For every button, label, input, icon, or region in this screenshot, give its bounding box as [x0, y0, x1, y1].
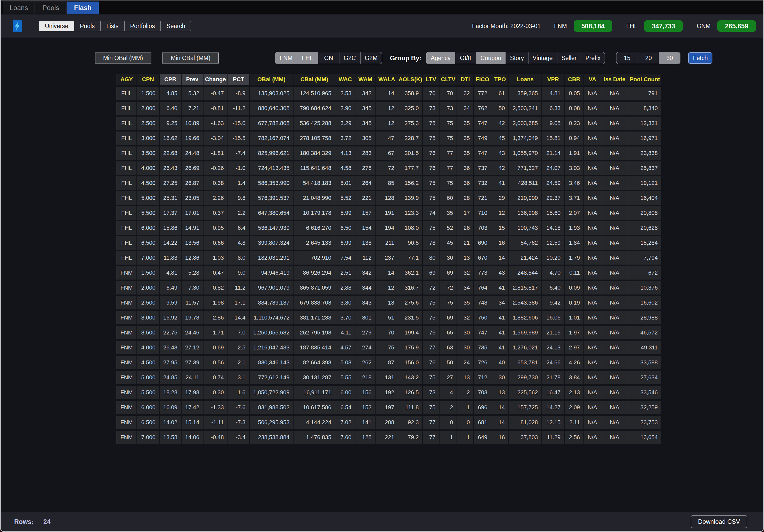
cell-tpo: 16 [491, 236, 509, 250]
column-header-va[interactable]: VA [584, 74, 601, 85]
cell-va: N/A [584, 311, 601, 324]
cell-agy: FHL [116, 251, 137, 265]
column-header-pct[interactable]: PCT [228, 74, 250, 85]
cell-pool-count: 28,988 [628, 311, 662, 324]
cell-cpr: 16.62 [160, 131, 182, 145]
cell-cpr: 6.40 [160, 101, 182, 115]
group-by-agency[interactable]: Agency [427, 52, 455, 64]
cell-wac: 4.58 [335, 161, 355, 175]
cell-tpo: 61 [491, 87, 509, 100]
term-toggle-30[interactable]: 30 [659, 52, 680, 64]
cell-agy: FNM [116, 416, 137, 429]
min-obal-input[interactable] [95, 53, 151, 64]
column-header-iss-date[interactable]: Iss Date [601, 74, 628, 85]
table-row: FHL4.00026.4326.69-0.26-1.0724,413.43511… [116, 161, 662, 175]
cell-va: N/A [584, 266, 601, 279]
view-lists[interactable]: Lists [100, 21, 124, 31]
column-header-change[interactable]: Change [204, 74, 228, 85]
counter-badge-fhl: 347,733 [644, 20, 683, 32]
app-window: LoansPoolsFlash UniversePoolsListsPortfo… [0, 0, 764, 532]
column-header-cltv[interactable]: CLTV [440, 74, 457, 85]
column-header-loans[interactable]: Loans [509, 74, 542, 85]
table-row: FHL4.50027.2526.870.381.4586,353.99054,4… [116, 176, 662, 190]
cell-iss-date: N/A [601, 191, 628, 205]
agency-toggle-g2m[interactable]: G2M [360, 52, 382, 64]
cell-tpo: 14 [491, 401, 509, 414]
tab-loans[interactable]: Loans [3, 2, 35, 14]
group-by-prefix[interactable]: Prefix [581, 52, 605, 64]
cell-cbal-mm: 2,645.133 [293, 236, 335, 250]
cell-wam: 283 [355, 146, 376, 160]
agency-toggle-gn[interactable]: GN [318, 52, 339, 64]
cell-change: 2.26 [204, 191, 228, 205]
cell-fico: 747 [474, 326, 491, 339]
cell-cpr: 17.37 [160, 206, 182, 220]
column-header-prev[interactable]: Prev [182, 74, 204, 85]
column-header-cbr[interactable]: CBR [565, 74, 584, 85]
group-by-vintage[interactable]: Vintage [528, 52, 557, 64]
cell-dti: 1 [457, 401, 474, 414]
column-header-ltv[interactable]: LTV [423, 74, 440, 85]
column-header-dti[interactable]: DTI [457, 74, 474, 85]
agency-toggle-fhl[interactable]: FHL [296, 52, 318, 64]
min-cbal-input[interactable] [162, 53, 219, 64]
table-row: FHL5.50017.3717.010.372.2647,380.65410,1… [116, 206, 662, 220]
agency-toggle-g2c[interactable]: G2C [339, 52, 360, 64]
cell-wac: 2.90 [335, 101, 355, 115]
cell-vpr: 21.78 [542, 371, 565, 384]
cell-wam: 345 [355, 116, 376, 130]
cell-iss-date: N/A [601, 326, 628, 339]
cell-prev: 7.21 [182, 101, 204, 115]
cell-cbal-mm: 21,048.990 [293, 191, 335, 205]
column-header-vpr[interactable]: VPR [542, 74, 565, 85]
group-by-coupon[interactable]: Coupon [476, 52, 505, 64]
cell-agy: FNM [116, 386, 137, 399]
column-header-cpn[interactable]: CPN [137, 74, 160, 85]
group-by-gi-ii[interactable]: GI/II [455, 52, 476, 64]
column-header-pool-count[interactable]: Pool Count [628, 74, 662, 85]
cell-pct: -11.2 [228, 101, 250, 115]
column-header-aols-k[interactable]: AOLS(K) [398, 74, 423, 85]
cell-cltv: 70 [440, 87, 457, 100]
cell-dti: 32 [457, 311, 474, 324]
column-header-cpr[interactable]: CPR [160, 74, 182, 85]
column-header-wac[interactable]: WAC [335, 74, 355, 85]
view-universe[interactable]: Universe [39, 21, 74, 31]
cell-tpo: 15 [491, 221, 509, 235]
group-by-seller[interactable]: Seller [557, 52, 581, 64]
group-by-story[interactable]: Story [505, 52, 528, 64]
cell-cltv: 52 [440, 221, 457, 235]
cell-fico: 772 [474, 87, 491, 100]
column-header-wam[interactable]: WAM [355, 74, 376, 85]
tab-pools[interactable]: Pools [35, 2, 67, 14]
view-search[interactable]: Search [160, 21, 191, 31]
column-header-cbal-mm[interactable]: CBal (MM) [293, 74, 335, 85]
cell-prev: 5.32 [182, 87, 204, 100]
column-header-agy[interactable]: AGY [116, 74, 137, 85]
view-pools[interactable]: Pools [74, 21, 100, 31]
cell-tpo: 50 [491, 101, 509, 115]
cell-cbr: 2.07 [565, 206, 584, 220]
view-portfolios[interactable]: Portfolios [124, 21, 161, 31]
term-toggle-20[interactable]: 20 [638, 52, 659, 64]
cell-obal-mm: 825,996.621 [250, 146, 294, 160]
cell-wala: 12 [376, 101, 398, 115]
agency-toggle-fnm[interactable]: FNM [276, 52, 296, 64]
tab-flash[interactable]: Flash [67, 2, 99, 14]
term-toggle-15[interactable]: 15 [617, 52, 638, 64]
cell-ltv: 75 [423, 371, 440, 384]
column-header-wala[interactable]: WALA [376, 74, 398, 85]
fetch-button[interactable]: Fetch [688, 52, 712, 64]
cell-cpr: 15.86 [160, 221, 182, 235]
cell-prev: 17.01 [182, 206, 204, 220]
cell-wam: 221 [355, 191, 376, 205]
download-csv-button[interactable]: Download CSV [691, 515, 747, 528]
column-header-obal-mm[interactable]: OBal (MM) [250, 74, 294, 85]
cell-cbr: 0.08 [565, 101, 584, 115]
column-header-tpo[interactable]: TPO [491, 74, 509, 85]
cell-loans: 225,562 [509, 386, 542, 399]
column-header-fico[interactable]: FICO [474, 74, 491, 85]
cell-cpr: 4.85 [160, 87, 182, 100]
cell-cbr: 0.11 [565, 266, 584, 279]
cell-wala: 72 [376, 161, 398, 175]
